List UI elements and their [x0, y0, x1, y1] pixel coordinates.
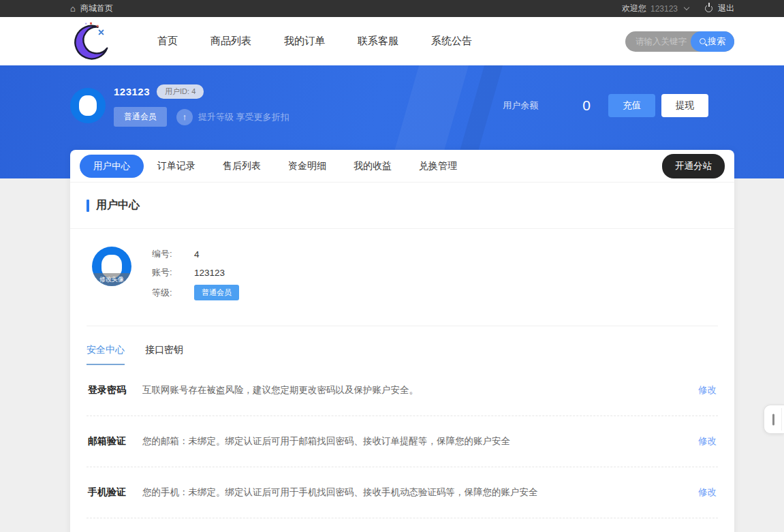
- profile-avatar[interactable]: 修改头像: [92, 247, 131, 286]
- balance-label: 用户余额: [503, 99, 538, 112]
- nav-item-products[interactable]: 商品列表: [194, 28, 268, 54]
- recharge-button[interactable]: 充值: [608, 94, 655, 117]
- topbar-username[interactable]: 123123: [650, 4, 678, 14]
- change-avatar-overlay[interactable]: 修改头像: [92, 273, 131, 286]
- profile-row-account: 账号: 123123: [152, 266, 239, 279]
- security-row-phone: 手机验证 您的手机：未绑定。绑定认证后可用于手机找回密码、接收手机动态验证码等，…: [87, 467, 718, 518]
- row-label: 邮箱验证: [88, 435, 142, 448]
- row-description: 互联网账号存在被盗风险，建议您定期更改密码以及保护账户安全。: [142, 384, 685, 396]
- upgrade-hint[interactable]: 提升等级 享受更多折扣: [198, 111, 289, 123]
- welcome-label: 欢迎您: [622, 3, 646, 14]
- logout-link[interactable]: 退出: [718, 3, 734, 14]
- tab-user-center[interactable]: 用户中心: [80, 155, 144, 178]
- upgrade-arrow-icon[interactable]: ↑: [176, 109, 193, 125]
- tab-aftersales[interactable]: 售后列表: [209, 155, 275, 178]
- level-badge: 普通会员: [194, 285, 239, 300]
- power-icon[interactable]: [705, 5, 712, 12]
- field-value: 4: [194, 249, 200, 260]
- tab-api-key[interactable]: 接口密钥: [145, 344, 183, 365]
- topbar: ⌂ 商城首页 欢迎您 123123 退出: [0, 0, 784, 17]
- profile-summary: 修改头像 编号: 4 账号: 123123 等级: 普通会员: [87, 229, 718, 326]
- nav-item-support[interactable]: 联系客服: [341, 28, 415, 54]
- nav-item-home[interactable]: 首页: [141, 28, 194, 54]
- tab-security-center[interactable]: 安全中心: [87, 344, 125, 365]
- main-menu: 首页 商品列表 我的订单 联系客服 系统公告: [141, 28, 488, 54]
- search-button[interactable]: 搜索: [691, 31, 734, 52]
- avatar-placeholder-icon: [79, 95, 97, 116]
- field-value: 123123: [194, 268, 225, 278]
- user-tabs: 用户中心 订单记录 售后列表 资金明细 我的收益 兑换管理 开通分站: [70, 150, 734, 183]
- field-label: 账号:: [152, 266, 182, 279]
- row-description: 您的邮箱：未绑定。绑定认证后可用于邮箱找回密码、接收订单提醒等，保障您的账户安全: [142, 435, 685, 448]
- heading-accent-bar: [87, 200, 89, 212]
- row-label: 手机验证: [88, 486, 142, 499]
- nav-item-orders[interactable]: 我的订单: [268, 28, 341, 54]
- member-level-button[interactable]: 普通会员: [114, 107, 167, 127]
- balance-value: 0: [582, 97, 591, 114]
- topbar-home-link[interactable]: 商城首页: [80, 3, 113, 14]
- open-branch-button[interactable]: 开通分站: [662, 154, 725, 178]
- withdraw-button[interactable]: 提现: [661, 94, 708, 117]
- user-id-badge: 用户ID: 4: [157, 84, 204, 99]
- avatar[interactable]: [70, 88, 106, 123]
- profile-row-id: 编号: 4: [152, 248, 239, 260]
- home-icon: ⌂: [70, 3, 76, 14]
- profile-row-level: 等级: 普通会员: [152, 285, 239, 300]
- field-label: 等级:: [152, 287, 182, 299]
- tab-funds[interactable]: 资金明细: [275, 155, 340, 178]
- search-area: 搜索: [625, 31, 734, 52]
- security-row-password: 登录密码 互联网账号存在被盗风险，建议您定期更改密码以及保护账户安全。 修改: [87, 365, 718, 416]
- tab-exchange[interactable]: 兑换管理: [405, 155, 471, 178]
- modify-link[interactable]: 修改: [698, 384, 717, 396]
- row-label: 登录密码: [88, 384, 142, 396]
- page-heading: 用户中心: [70, 183, 734, 229]
- security-tabs: 安全中心 接口密钥: [87, 344, 718, 365]
- field-label: 编号:: [152, 248, 182, 260]
- security-row-email: 邮箱验证 您的邮箱：未绑定。绑定认证后可用于邮箱找回密码、接收订单提醒等，保障您…: [87, 416, 718, 467]
- security-row-realname: 实名认证 未实名认证 修改: [87, 518, 718, 532]
- side-panel-toggle[interactable]: [764, 405, 784, 434]
- search-icon: [700, 38, 706, 44]
- modify-link[interactable]: 修改: [698, 486, 717, 499]
- banner-username: 123123: [114, 86, 150, 97]
- modify-link[interactable]: 修改: [698, 435, 717, 448]
- site-logo-moon-icon[interactable]: [70, 20, 112, 63]
- navbar: 首页 商品列表 我的订单 联系客服 系统公告 搜索: [0, 17, 784, 65]
- row-description: 您的手机：未绑定。绑定认证后可用于手机找回密码、接收手机动态验证码等，保障您的账…: [142, 486, 685, 499]
- tab-order-history[interactable]: 订单记录: [144, 155, 209, 178]
- chevron-down-icon[interactable]: [684, 5, 689, 10]
- security-list: 登录密码 互联网账号存在被盗风险，建议您定期更改密码以及保护账户安全。 修改 邮…: [87, 365, 718, 532]
- page-title: 用户中心: [96, 198, 140, 213]
- nav-item-announcements[interactable]: 系统公告: [415, 28, 488, 54]
- tab-earnings[interactable]: 我的收益: [340, 155, 405, 178]
- main-card: 用户中心 订单记录 售后列表 资金明细 我的收益 兑换管理 开通分站 用户中心 …: [70, 150, 734, 532]
- toggle-handle-icon: [772, 413, 774, 425]
